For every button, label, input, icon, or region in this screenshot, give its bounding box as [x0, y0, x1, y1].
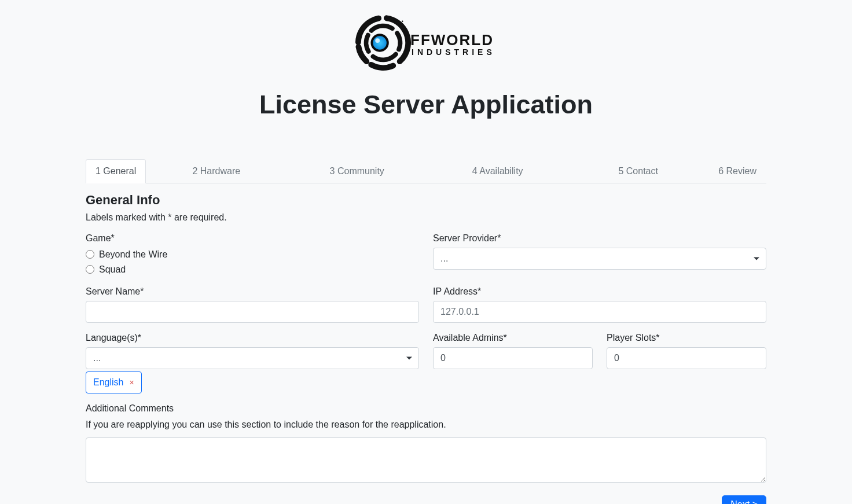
- server-provider-select[interactable]: ...: [433, 248, 766, 270]
- game-radio-beyond-the-wire[interactable]: [86, 250, 94, 259]
- game-option-label[interactable]: Beyond the Wire: [99, 248, 167, 262]
- game-label: Game*: [86, 231, 419, 245]
- tab-contact[interactable]: 5 Contact: [608, 159, 667, 183]
- additional-comments-label: Additional Comments: [86, 402, 766, 415]
- svg-point-4: [375, 38, 380, 43]
- section-subtitle: Labels marked with * are required.: [86, 211, 766, 225]
- languages-label: Language(s)*: [86, 331, 419, 345]
- available-admins-label: Available Admins*: [433, 331, 593, 345]
- next-button[interactable]: Next >: [722, 495, 766, 505]
- tab-community[interactable]: 3 Community: [320, 159, 394, 183]
- tab-hardware[interactable]: 2 Hardware: [182, 159, 250, 183]
- server-name-input[interactable]: [86, 301, 419, 323]
- language-tag-label: English: [93, 376, 123, 389]
- offworld-spiral-icon: [355, 14, 412, 71]
- brand-name-sub: INDUSTRIES: [412, 46, 495, 58]
- server-provider-label: Server Provider*: [433, 231, 766, 245]
- remove-tag-icon[interactable]: ×: [129, 378, 134, 387]
- ip-address-input[interactable]: [433, 301, 766, 323]
- ip-address-label: IP Address*: [433, 285, 766, 299]
- game-radio-squad[interactable]: [86, 265, 94, 274]
- additional-comments-textarea[interactable]: [86, 437, 766, 483]
- player-slots-label: Player Slots*: [607, 331, 766, 345]
- languages-select[interactable]: ...: [86, 347, 419, 369]
- tab-general[interactable]: 1 General: [86, 159, 146, 183]
- player-slots-input[interactable]: [607, 347, 766, 369]
- svg-point-7: [402, 21, 403, 22]
- page-title: License Server Application: [86, 85, 766, 124]
- svg-point-6: [360, 36, 361, 38]
- svg-point-5: [364, 23, 366, 24]
- game-option-label[interactable]: Squad: [99, 263, 126, 277]
- server-name-label: Server Name*: [86, 285, 419, 299]
- section-title: General Info: [86, 190, 766, 209]
- available-admins-input[interactable]: [433, 347, 593, 369]
- tab-availability[interactable]: 4 Availability: [462, 159, 533, 183]
- tab-review[interactable]: 6 Review: [708, 159, 766, 183]
- additional-comments-help: If you are reapplying you can use this s…: [86, 418, 766, 432]
- brand-logo: FFWORLD INDUSTRIES: [86, 0, 766, 79]
- step-tabs: 1 General 2 Hardware 3 Community 4 Avail…: [86, 159, 766, 183]
- language-tag-english[interactable]: English ×: [86, 371, 142, 393]
